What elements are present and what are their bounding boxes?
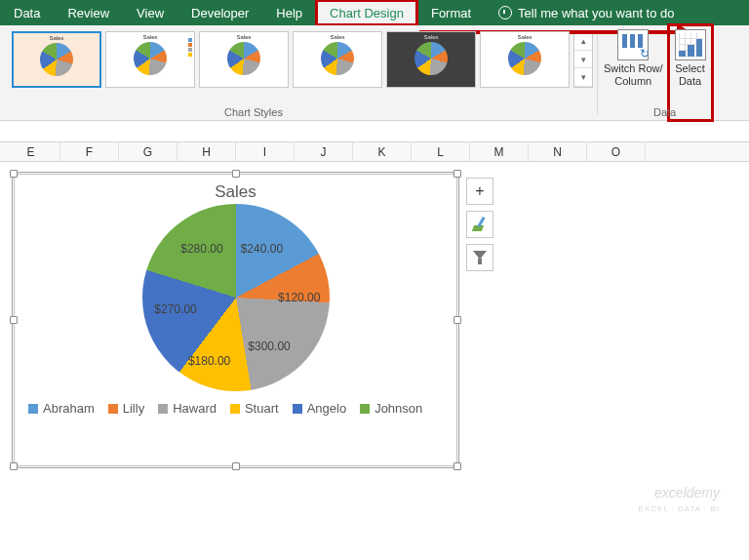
tell-me-label: Tell me what you want to do [518, 6, 674, 20]
col-header[interactable]: L [412, 142, 470, 161]
col-header[interactable]: K [353, 142, 412, 161]
group-label-chart-styles: Chart Styles [224, 106, 283, 118]
chart-plot-area[interactable]: Sales $240.00 $120.00 $300.00 $180.00 $2… [14, 174, 457, 466]
col-header[interactable]: M [470, 142, 529, 161]
col-header[interactable]: I [236, 142, 295, 161]
chart-style-thumb-5[interactable]: Sales [386, 31, 476, 88]
chart-filters-button[interactable] [466, 244, 493, 271]
legend-label: Stuart [245, 401, 279, 416]
thumb-title: Sales [236, 34, 251, 40]
col-header[interactable]: F [60, 142, 119, 161]
ribbon-tabs: Data Review View Developer Help Chart De… [0, 0, 749, 25]
ribbon: Sales Sales Sales Sales Sales Sales ▴ [0, 25, 749, 121]
col-header[interactable]: E [2, 142, 60, 161]
thumb-title: Sales [423, 34, 438, 40]
column-headers: E F G H I J K L M N O [0, 142, 749, 162]
watermark: exceldemy EXCEL · DATA · BI [638, 486, 720, 513]
plus-icon: + [475, 182, 484, 200]
resize-handle[interactable] [10, 316, 18, 324]
gallery-more[interactable]: ▴ ▾ ▾ [573, 31, 593, 88]
select-data-icon [675, 29, 706, 60]
tab-help[interactable]: Help [262, 0, 316, 25]
watermark-tag: EXCEL · DATA · BI [638, 504, 720, 513]
data-label: $180.00 [188, 354, 230, 368]
chart-styles-button[interactable] [466, 211, 493, 238]
tab-review[interactable]: Review [54, 0, 123, 25]
legend-swatch [108, 404, 118, 414]
select-data-label: Select Data [675, 62, 705, 87]
legend-item: Abraham [28, 401, 95, 416]
scroll-up-icon[interactable]: ▴ [574, 32, 592, 51]
legend-swatch [28, 404, 38, 414]
legend-swatch [158, 404, 168, 414]
tab-data[interactable]: Data [0, 0, 54, 25]
mini-pie-icon [40, 43, 73, 76]
resize-handle[interactable] [232, 170, 240, 178]
mini-legend [188, 38, 192, 57]
tab-view[interactable]: View [123, 0, 177, 25]
tab-chart-design[interactable]: Chart Design [316, 0, 417, 25]
thumb-title: Sales [142, 34, 157, 40]
resize-handle[interactable] [453, 170, 461, 178]
legend-label: Angelo [307, 401, 346, 416]
thumb-title: Sales [49, 35, 63, 41]
chart-style-thumb-2[interactable]: Sales [105, 31, 195, 88]
lightbulb-icon [498, 6, 512, 20]
legend-swatch [293, 404, 302, 414]
thumb-title: Sales [517, 34, 532, 40]
legend-label: Lilly [123, 401, 144, 416]
data-label: $240.00 [241, 242, 283, 256]
mini-pie-icon [134, 42, 167, 75]
legend-label: Johnson [374, 401, 422, 416]
chart-side-buttons: + [466, 178, 493, 271]
expand-gallery-icon[interactable]: ▾ [574, 68, 592, 87]
resize-handle[interactable] [10, 170, 18, 178]
chart-style-thumb-1[interactable]: Sales [12, 31, 101, 88]
embedded-chart[interactable]: Sales $240.00 $120.00 $300.00 $180.00 $2… [14, 174, 457, 466]
formula-bar-strip [0, 121, 749, 142]
tell-me-search[interactable]: Tell me what you want to do [485, 0, 688, 25]
tab-format[interactable]: Format [417, 0, 485, 25]
chart-style-thumb-4[interactable]: Sales [293, 31, 382, 88]
chart-style-thumb-6[interactable]: Sales [480, 31, 570, 88]
col-header[interactable]: G [119, 142, 177, 161]
worksheet-area[interactable]: Sales $240.00 $120.00 $300.00 $180.00 $2… [0, 162, 749, 560]
col-header[interactable]: O [587, 142, 646, 161]
resize-handle[interactable] [232, 462, 240, 470]
mini-pie-icon [414, 42, 448, 75]
data-label: $120.00 [278, 291, 320, 304]
thumb-title: Sales [330, 34, 344, 40]
legend-swatch [230, 404, 240, 414]
legend-item: Johnson [360, 401, 422, 416]
legend-item: Haward [158, 401, 217, 416]
legend-label: Haward [173, 401, 217, 416]
brush-icon [472, 217, 488, 232]
scroll-down-icon[interactable]: ▾ [574, 51, 592, 69]
data-label: $270.00 [154, 302, 196, 316]
mini-pie-icon [508, 42, 541, 75]
data-label: $300.00 [248, 340, 290, 353]
col-header[interactable]: J [295, 142, 353, 161]
resize-handle[interactable] [10, 462, 18, 470]
switch-row-column-icon [617, 29, 649, 60]
chart-styles-gallery: Sales Sales Sales Sales Sales Sales ▴ [0, 25, 597, 120]
tab-developer[interactable]: Developer [177, 0, 262, 25]
col-header[interactable]: N [529, 142, 587, 161]
chart-style-thumb-3[interactable]: Sales [199, 31, 289, 88]
pie-chart[interactable]: $240.00 $120.00 $300.00 $180.00 $270.00 … [142, 204, 330, 391]
col-header[interactable]: H [177, 142, 236, 161]
switch-row-column-label: Switch Row/ Column [604, 62, 663, 87]
legend-item: Lilly [108, 401, 144, 416]
mini-pie-icon [321, 42, 354, 75]
data-label: $280.00 [180, 242, 222, 256]
resize-handle[interactable] [453, 316, 461, 324]
chart-elements-button[interactable]: + [466, 178, 493, 205]
resize-handle[interactable] [453, 462, 461, 470]
group-label-data: Data [653, 106, 676, 118]
chart-title[interactable]: Sales [15, 175, 456, 204]
watermark-brand: exceldemy [654, 485, 720, 500]
legend-swatch [360, 404, 370, 414]
funnel-icon [473, 251, 487, 264]
chart-legend[interactable]: Abraham Lilly Haward Stuart Angelo Johns… [15, 391, 456, 416]
legend-label: Abraham [43, 401, 95, 416]
